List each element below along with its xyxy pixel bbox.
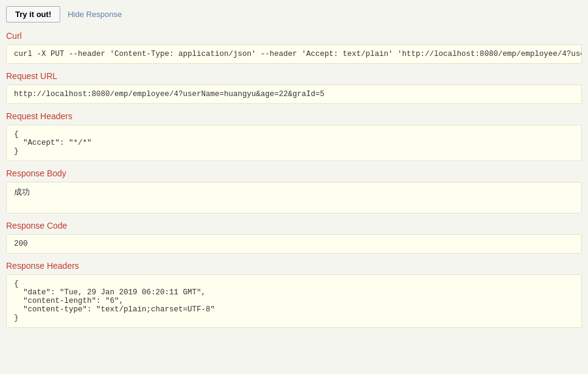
hide-response-link[interactable]: Hide Response xyxy=(68,10,122,19)
top-bar: Try it out! Hide Response xyxy=(6,6,582,23)
request-headers-label: Request Headers xyxy=(6,111,582,121)
request-headers-box: { "Accept": "*/*" } xyxy=(6,125,582,161)
try-it-out-button[interactable]: Try it out! xyxy=(6,6,60,23)
curl-code-box[interactable]: curl -X PUT --header 'Content-Type: appl… xyxy=(6,44,582,64)
response-body-box: 成功 xyxy=(6,182,582,213)
curl-section: Curl curl -X PUT --header 'Content-Type:… xyxy=(6,31,582,64)
response-body-section: Response Body 成功 xyxy=(6,168,582,213)
request-url-label: Request URL xyxy=(6,71,582,81)
response-headers-box: { "date": "Tue, 29 Jan 2019 06:20:11 GMT… xyxy=(6,274,582,328)
request-url-section: Request URL http://localhost:8080/emp/em… xyxy=(6,71,582,104)
response-body-label: Response Body xyxy=(6,168,582,178)
response-code-label: Response Code xyxy=(6,221,582,230)
response-headers-label: Response Headers xyxy=(6,261,582,271)
response-headers-section: Response Headers { "date": "Tue, 29 Jan … xyxy=(6,261,582,328)
response-code-box: 200 xyxy=(6,234,582,254)
request-headers-section: Request Headers { "Accept": "*/*" } xyxy=(6,111,582,161)
request-url-box: http://localhost:8080/emp/employee/4?use… xyxy=(6,85,582,104)
curl-label: Curl xyxy=(6,31,582,41)
response-code-section: Response Code 200 xyxy=(6,221,582,254)
